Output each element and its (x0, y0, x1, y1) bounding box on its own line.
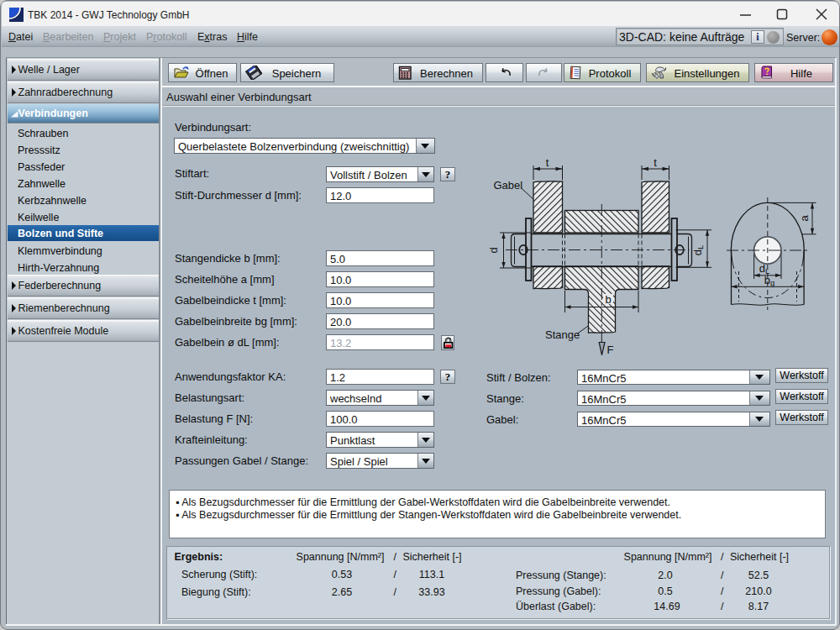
svg-text:t: t (546, 156, 549, 169)
svg-text:b: b (605, 293, 611, 306)
svg-text:Gabel: Gabel (494, 179, 523, 192)
svg-text:F: F (607, 344, 614, 356)
svg-text:dL: dL (691, 245, 706, 256)
svg-text:d: d (488, 247, 500, 253)
svg-text:Stange: Stange (545, 328, 580, 341)
svg-text:a: a (798, 215, 811, 222)
svg-text:t: t (654, 156, 657, 169)
